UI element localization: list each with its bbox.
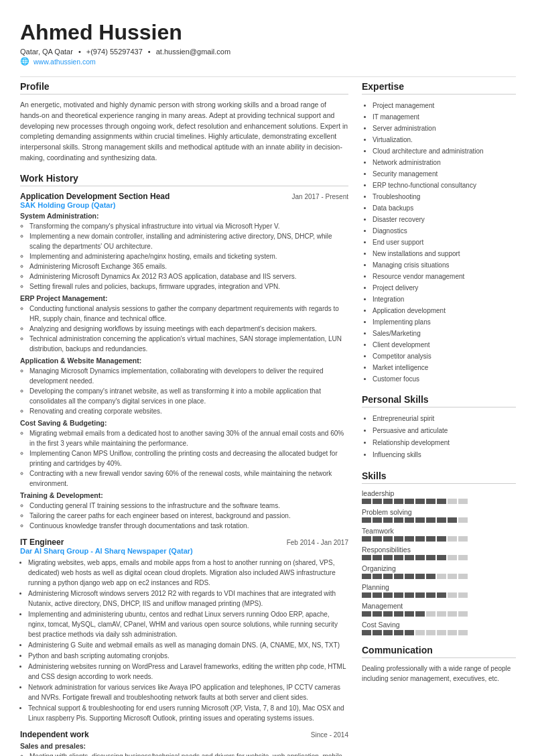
bullet-item-0-1-2: Technical administration concerning the … bbox=[29, 334, 348, 354]
skill-block-1-2 bbox=[383, 517, 393, 523]
skill-block-6-5 bbox=[415, 611, 425, 617]
expertise-item-12: End user support bbox=[373, 237, 516, 248]
bullet-item-0-0-5: Setting firewall rules and policies, bac… bbox=[29, 281, 348, 292]
skill-block-4-6 bbox=[426, 574, 436, 579]
skill-block-3-4 bbox=[405, 555, 414, 560]
skill-bar-5 bbox=[362, 592, 516, 598]
skill-block-0-2 bbox=[383, 499, 393, 504]
expertise-item-16: Project delivery bbox=[373, 282, 516, 294]
expertise-item-23: Market intelligence bbox=[373, 362, 516, 373]
skill-block-3-0 bbox=[362, 555, 371, 560]
skill-block-7-9 bbox=[458, 630, 468, 635]
skill-row-5: Planning bbox=[362, 583, 516, 598]
skill-bar-4 bbox=[362, 574, 516, 579]
skill-block-7-3 bbox=[394, 630, 403, 635]
jobs-container: Application Development Section HeadJan … bbox=[20, 192, 348, 757]
skill-block-7-0 bbox=[362, 630, 371, 635]
skill-block-1-0 bbox=[362, 517, 371, 523]
skill-block-7-7 bbox=[437, 630, 446, 635]
website-row: 🌐 www.athussien.com bbox=[20, 57, 516, 66]
job-entry-0: Application Development Section HeadJan … bbox=[20, 192, 348, 531]
bullet-list-0-3: Migrating webmail emails from a dedicate… bbox=[20, 428, 348, 489]
skill-label-6: Management bbox=[362, 602, 516, 610]
communication-title: Communication bbox=[362, 645, 516, 658]
email-link[interactable]: at.hussien@gmail.com bbox=[156, 48, 230, 56]
skill-block-6-9 bbox=[458, 611, 468, 617]
skill-block-0-8 bbox=[448, 499, 457, 504]
header-divider bbox=[20, 76, 516, 77]
skill-label-3: Responsibilities bbox=[362, 546, 516, 554]
skill-block-6-4 bbox=[405, 611, 414, 617]
expertise-item-14: Managing crisis situations bbox=[373, 259, 516, 271]
skill-block-5-6 bbox=[426, 592, 436, 598]
skill-block-7-1 bbox=[373, 630, 382, 635]
expertise-item-17: Integration bbox=[373, 294, 516, 305]
job-company-0: SAK Holding Group (Qatar) bbox=[20, 201, 348, 209]
skill-block-2-5 bbox=[415, 536, 425, 542]
skill-block-0-4 bbox=[405, 499, 414, 504]
skill-row-6: Management bbox=[362, 602, 516, 617]
website-link[interactable]: www.athussien.com bbox=[34, 58, 96, 66]
expertise-item-10: Disaster recovery bbox=[373, 214, 516, 225]
skill-label-2: Teamwork bbox=[362, 527, 516, 535]
skill-block-0-7 bbox=[437, 499, 446, 504]
bullet-item-0-0-3: Administering Microsoft Exchange 365 ema… bbox=[29, 261, 348, 271]
skill-block-0-5 bbox=[415, 499, 425, 504]
personal-skills-title: Personal Skills bbox=[362, 394, 516, 407]
profile-section-title: Profile bbox=[20, 81, 348, 94]
skill-block-2-9 bbox=[458, 536, 468, 542]
bullet-item-1-0-7: Technical support & troubleshooting for … bbox=[28, 703, 348, 723]
skill-bar-0 bbox=[362, 499, 516, 504]
skill-block-3-5 bbox=[415, 555, 425, 560]
skill-block-2-1 bbox=[373, 536, 382, 542]
expertise-item-19: Implementing plans bbox=[373, 316, 516, 328]
skill-block-7-6 bbox=[426, 630, 436, 635]
skill-block-0-3 bbox=[394, 499, 403, 504]
job-title-2: Independent work bbox=[20, 730, 89, 739]
skill-bar-2 bbox=[362, 536, 516, 542]
personal-skills-list: Entrepreneurial spiritPersuasive and art… bbox=[362, 413, 516, 461]
candidate-name: Ahmed Hussien bbox=[20, 20, 516, 45]
skill-block-4-9 bbox=[458, 574, 468, 579]
expertise-item-7: ERP techno-functional consultancy bbox=[373, 180, 516, 191]
skill-block-3-3 bbox=[394, 555, 403, 560]
job-date-0: Jan 2017 - Present bbox=[292, 193, 349, 200]
bullet-item-0-0-2: Implementing and administering apache/ng… bbox=[29, 251, 348, 261]
bullet-list-2-0: Meeting with clients, discussing busines… bbox=[20, 751, 348, 757]
main-content: Profile An energetic, motivated and high… bbox=[20, 81, 516, 756]
expertise-item-18: Application development bbox=[373, 305, 516, 316]
job-header-0: Application Development Section HeadJan … bbox=[20, 192, 348, 201]
bullet-item-0-3-1: Implementing Canon MPS Uniflow, controll… bbox=[29, 448, 348, 468]
expertise-item-2: Server administration bbox=[373, 123, 516, 134]
skill-block-5-7 bbox=[437, 592, 446, 598]
sub-section-title-0-4: Training & Development: bbox=[20, 491, 348, 499]
skill-row-1: Problem solving bbox=[362, 508, 516, 523]
skill-block-1-8 bbox=[448, 517, 457, 523]
skill-label-7: Cost Saving bbox=[362, 621, 516, 629]
skill-block-6-7 bbox=[437, 611, 446, 617]
bullet-list-0-2: Managing Microsoft Dynamics implementati… bbox=[20, 366, 348, 416]
bullet-item-1-0-4: Python and bash scripting automating cro… bbox=[28, 651, 348, 661]
sub-section-title-0-0: System Administration: bbox=[20, 212, 348, 220]
skill-bar-1 bbox=[362, 517, 516, 523]
skill-block-0-9 bbox=[458, 499, 468, 504]
skill-bar-6 bbox=[362, 611, 516, 617]
bullet-item-0-4-2: Continuous knowledge transfer through do… bbox=[29, 521, 348, 531]
skill-label-1: Problem solving bbox=[362, 508, 516, 516]
bullet-item-1-0-0: Migrating websites, web apps, emails and… bbox=[28, 558, 348, 588]
skill-block-2-7 bbox=[437, 536, 446, 542]
expertise-item-9: Data backups bbox=[373, 202, 516, 214]
skill-block-1-6 bbox=[426, 517, 436, 523]
separator2: • bbox=[148, 48, 151, 56]
bullet-item-1-0-5: Administering websites running on WordPr… bbox=[28, 662, 348, 682]
personal-skill-item-0: Entrepreneurial spirit bbox=[373, 413, 516, 425]
right-column: Expertise Project managementIT managemen… bbox=[362, 81, 516, 756]
skill-block-1-9 bbox=[458, 517, 468, 523]
location: Qatar, QA Qatar bbox=[20, 48, 73, 56]
expertise-item-22: Competitor analysis bbox=[373, 351, 516, 362]
bullet-item-0-2-2: Renovating and creating corporate websit… bbox=[29, 406, 348, 416]
skill-row-4: Organizing bbox=[362, 564, 516, 579]
communication-text: Dealing professionally with a wide range… bbox=[362, 664, 516, 684]
skill-block-5-5 bbox=[415, 592, 425, 598]
skill-block-3-8 bbox=[448, 555, 457, 560]
